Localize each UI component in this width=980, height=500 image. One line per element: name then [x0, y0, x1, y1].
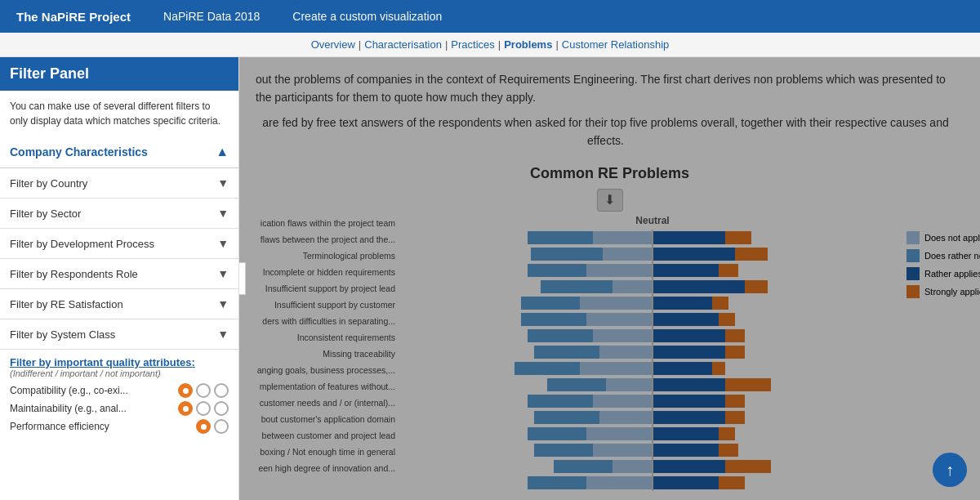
filter-country-row[interactable]: Filter by Country ▼ [0, 168, 238, 199]
seg-strongly [719, 444, 738, 457]
filter-dev-process-row[interactable]: Filter by Development Process ▼ [0, 229, 238, 259]
bar-row-13 [407, 442, 898, 458]
site-logo: The NaPiRE Project [16, 10, 131, 24]
legend-label-2: Rather applies [924, 269, 980, 279]
nav-napire-data[interactable]: NaPiRE Data 2018 [163, 10, 260, 23]
legend-item-0: Does not apply at all [906, 231, 980, 244]
legend-color-box-3 [906, 285, 920, 298]
radio-indifferent-performance[interactable] [196, 419, 211, 434]
filter-panel-title: Filter Panel [0, 57, 238, 91]
scroll-to-top-button[interactable]: ↑ [933, 453, 967, 487]
bar-label-14: boxing / Not enough time in general [260, 444, 399, 460]
legend-item-1: Does rather not apply [906, 249, 980, 262]
bar-labels-column: ication flaws within the project teamfla… [256, 215, 399, 491]
filter-re-satisfaction-row[interactable]: Filter by RE Satisfaction ▼ [0, 289, 238, 319]
filter-system-class-row[interactable]: Filter by System Class ▼ [0, 319, 238, 350]
seg-strongly [725, 411, 745, 424]
seg-rather-not [528, 427, 586, 440]
chevron-down-icon: ▼ [217, 237, 229, 250]
bar-row-14 [407, 458, 898, 475]
bar-row-0 [407, 230, 898, 246]
company-characteristics-section[interactable]: Company Characteristics ▲ [0, 136, 238, 168]
collapse-panel-button[interactable]: ❮ [239, 262, 246, 295]
bar-row-10 [407, 393, 898, 409]
seg-not-at-all [586, 427, 652, 440]
radio-notimportant-compatibility[interactable] [214, 383, 229, 398]
quality-filter-subtitle: (Indifferent / important / not important… [10, 368, 229, 378]
bar-label-6: ders with difficulties in separating... [262, 313, 399, 329]
filter-country-label: Filter by Country [10, 177, 87, 190]
seg-rather [653, 248, 735, 261]
download-button[interactable]: ⬇ [597, 189, 623, 212]
seg-strongly [719, 476, 745, 489]
filter-respondents-role-label: Filter by Respondents Role [10, 268, 138, 280]
seg-not-at-all [606, 378, 652, 391]
seg-strongly [719, 427, 735, 440]
legend-label-0: Does not apply at all [924, 233, 980, 243]
seg-rather-not [521, 313, 586, 326]
radio-notimportant-performance[interactable] [214, 419, 229, 434]
intro-para-2: are fed by free text answers of the resp… [256, 114, 956, 150]
seg-not-at-all [593, 329, 652, 342]
subnav-customer-relationship[interactable]: Customer Relationship [562, 38, 670, 51]
legend-label-3: Strongly applies [924, 287, 980, 297]
quality-filter-title[interactable]: Filter by important quality attributes: [10, 356, 229, 368]
bar-label-9: anging goals, business processes,... [257, 362, 399, 378]
seg-not-at-all [599, 411, 652, 424]
nav-custom-viz[interactable]: Create a custom visualization [292, 10, 442, 23]
company-characteristics-label: Company Characteristics [10, 145, 148, 158]
bar-row-5 [407, 311, 898, 328]
chevron-down-icon: ▼ [217, 328, 229, 341]
intro-para-1: out the problems of companies in the con… [256, 70, 956, 107]
filter-sector-row[interactable]: Filter by Sector ▼ [0, 199, 238, 229]
seg-rather [653, 476, 719, 489]
seg-strongly [725, 231, 751, 244]
filter-respondents-role-row[interactable]: Filter by Respondents Role ▼ [0, 259, 238, 289]
seg-rather [653, 297, 712, 310]
bar-row-15 [407, 475, 898, 491]
seg-rather [653, 231, 725, 244]
bar-row-7 [407, 344, 898, 360]
bar-label-4: Insufficient support by project lead [265, 280, 399, 297]
filter-description: You can make use of several different fi… [0, 91, 238, 136]
subnav-overview[interactable]: Overview [311, 38, 355, 51]
bar-row-12 [407, 426, 898, 442]
quality-label-performance: Performance efficiency [10, 421, 191, 432]
radio-group-maintainability [178, 401, 229, 416]
bar-label-0: ication flaws within the project team [261, 215, 399, 231]
seg-strongly [725, 460, 771, 473]
legend-color-box-0 [906, 231, 920, 244]
filter-system-class-label: Filter by System Class [10, 328, 115, 341]
seg-not-at-all [603, 248, 652, 261]
radio-group-compatibility [178, 383, 229, 398]
legend-item-3: Strongly applies [906, 285, 980, 298]
radio-important-compatibility[interactable] [196, 383, 211, 398]
filter-sector-label: Filter by Sector [10, 208, 81, 220]
bar-label-3: Incomplete or hidden requirements [263, 264, 399, 280]
seg-rather-not [528, 395, 593, 408]
seg-rather-not [534, 444, 593, 457]
seg-not-at-all [593, 444, 652, 457]
seg-strongly [735, 248, 768, 261]
seg-rather-not [514, 362, 580, 375]
radio-notimportant-maintainability[interactable] [214, 401, 229, 416]
chevron-down-icon: ▼ [217, 207, 229, 220]
seg-strongly [725, 395, 745, 408]
radio-important-maintainability[interactable] [196, 401, 211, 416]
chart-container: ication flaws within the project teamfla… [256, 215, 964, 491]
subnav-characterisation[interactable]: Characterisation [364, 38, 442, 51]
neutral-label: Neutral [407, 215, 898, 226]
quality-item-maintainability: Maintainability (e.g., anal... [10, 401, 229, 416]
seg-rather [653, 313, 719, 326]
radio-indifferent-compatibility[interactable] [178, 383, 193, 398]
seg-strongly [719, 264, 738, 277]
subnav-problems[interactable]: Problems [504, 38, 552, 51]
filter-dev-process-label: Filter by Development Process [10, 238, 154, 250]
subnav-practices[interactable]: Practices [451, 38, 494, 51]
radio-indifferent-maintainability[interactable] [178, 401, 193, 416]
seg-not-at-all [593, 395, 652, 408]
legend-color-box-1 [906, 249, 920, 262]
seg-rather-not [528, 476, 586, 489]
intro-text: out the problems of companies in the con… [239, 57, 980, 157]
seg-not-at-all [599, 346, 652, 359]
